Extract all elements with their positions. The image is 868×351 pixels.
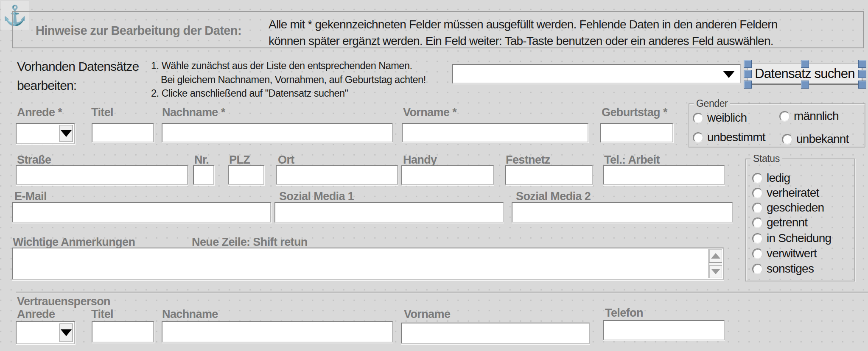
- radio-button-icon[interactable]: [752, 233, 763, 244]
- search-step1: 1. Wähle zunächst aus der Liste den ents…: [151, 59, 426, 73]
- chevron-down-icon: [61, 329, 72, 336]
- selection-handle[interactable]: [744, 81, 752, 89]
- ort-label: Ort: [278, 153, 294, 167]
- vp-titel-input[interactable]: [92, 321, 154, 343]
- email-input[interactable]: [12, 202, 271, 223]
- vp-telefon-label: Telefon: [605, 306, 643, 320]
- gender-option-unbekannt[interactable]: unbekannt: [782, 132, 849, 146]
- selection-handle[interactable]: [858, 70, 866, 78]
- radio-button-icon[interactable]: [693, 113, 703, 123]
- dropdown-arrow-icon[interactable]: [723, 71, 735, 78]
- scrollbar[interactable]: [708, 249, 722, 278]
- selection-handle[interactable]: [801, 60, 809, 68]
- status-option-in-scheidung[interactable]: in Scheidung: [752, 231, 831, 245]
- festnetz-input[interactable]: [505, 165, 593, 185]
- search-steps: 1. Wähle zunächst aus der Liste den ents…: [151, 59, 426, 100]
- sozial-media-2-input[interactable]: [512, 202, 733, 223]
- geburtstag-input[interactable]: [600, 123, 673, 142]
- radio-button-icon[interactable]: [779, 111, 790, 122]
- status-legend: Status: [750, 153, 782, 164]
- hint-text: Alle mit * gekennzeichneten Felder müsse…: [269, 16, 778, 49]
- anmerkungen-textarea[interactable]: [12, 248, 724, 280]
- vp-nachname-input[interactable]: [162, 321, 393, 343]
- radio-button-icon[interactable]: [752, 248, 763, 259]
- anmerkungen-label: Wichtige Anmerkungen: [13, 236, 135, 249]
- radio-button-icon[interactable]: [752, 217, 763, 228]
- vp-vorname-input[interactable]: [401, 323, 590, 344]
- strasse-label: Straße: [17, 153, 51, 167]
- vp-nachname-label: Nachname: [162, 308, 218, 321]
- radio-button-icon[interactable]: [752, 188, 763, 198]
- status-groupbox: Status ledig verheiratet geschieden getr…: [745, 159, 855, 281]
- handy-input[interactable]: [401, 165, 494, 185]
- anmerkungen-hint: Neue Zeile: Shift retun: [192, 236, 308, 249]
- vp-anrede-label: Anrede: [17, 308, 55, 321]
- scroll-down-icon: [711, 269, 720, 274]
- vertrauensperson-label: Vertrauensperson: [17, 295, 110, 308]
- sozial-media-1-label: Sozial Media 1: [279, 190, 354, 203]
- search-section-label: Vorhanden Datensätze bearbeiten:: [17, 57, 139, 95]
- selection-handle[interactable]: [858, 81, 866, 89]
- selection-handle[interactable]: [744, 60, 752, 68]
- strasse-input[interactable]: [16, 165, 188, 185]
- vp-titel-label: Titel: [91, 308, 113, 321]
- selection-handle[interactable]: [801, 81, 809, 89]
- hint-title: Hinweise zur Bearbeitung der Daten:: [36, 24, 241, 38]
- chevron-down-icon: [61, 130, 72, 137]
- sozial-media-2-label: Sozial Media 2: [516, 190, 591, 203]
- section-divider: [16, 292, 868, 292]
- titel-input[interactable]: [92, 123, 154, 142]
- nachname-input[interactable]: [162, 123, 393, 142]
- status-option-verwitwert[interactable]: verwitwert: [752, 247, 817, 260]
- radio-button-icon[interactable]: [752, 173, 763, 184]
- vp-anrede-dropdown-button[interactable]: [59, 323, 73, 342]
- name-combobox[interactable]: [452, 64, 741, 84]
- titel-label: Titel: [91, 106, 113, 119]
- tel-arbeit-label: Tel.: Arbeit: [604, 153, 660, 167]
- selection-handle[interactable]: [744, 70, 752, 78]
- email-label: E-Mail: [14, 190, 47, 203]
- nr-label: Nr.: [194, 153, 209, 167]
- gender-option-maennlich[interactable]: männlich: [779, 109, 839, 123]
- anrede-label: Anrede *: [17, 106, 62, 119]
- plz-input[interactable]: [228, 165, 264, 185]
- gender-legend: Gender: [694, 98, 730, 109]
- radio-button-icon[interactable]: [782, 134, 792, 145]
- vorname-label: Vorname *: [403, 106, 456, 119]
- search-step1-note: Bei gleichem Nachnamen, Vornahmen, auf G…: [151, 73, 426, 87]
- gender-option-unbestimmt[interactable]: unbestimmt: [693, 131, 765, 144]
- status-option-sonstiges[interactable]: sonstiges: [752, 262, 814, 276]
- gender-groupbox: Gender weiblich männlich unbestimmt unbe…: [689, 103, 865, 148]
- scroll-up-icon: [711, 253, 720, 259]
- hint-line2: können später ergänzt werden. Ein Feld w…: [269, 33, 778, 49]
- anrede-dropdown[interactable]: [16, 123, 75, 144]
- sozial-media-1-input[interactable]: [274, 202, 504, 223]
- scroll-up-button[interactable]: [709, 249, 722, 262]
- vp-vorname-label: Vorname: [404, 308, 450, 321]
- status-option-geschieden[interactable]: geschieden: [752, 201, 824, 214]
- radio-button-icon[interactable]: [752, 203, 763, 213]
- radio-button-icon[interactable]: [693, 132, 703, 143]
- gender-option-weiblich[interactable]: weiblich: [693, 111, 747, 125]
- vp-telefon-input[interactable]: [603, 320, 725, 340]
- plz-label: PLZ: [229, 153, 250, 167]
- radio-button-icon[interactable]: [752, 264, 763, 274]
- handy-label: Handy: [403, 153, 437, 167]
- status-option-getrennt[interactable]: getrennt: [752, 216, 807, 229]
- search-step2: 2. Clicke anschließend auf "Datensatz su…: [151, 86, 426, 100]
- anrede-dropdown-button[interactable]: [59, 125, 73, 142]
- hint-line1: Alle mit * gekennzeichneten Felder müsse…: [269, 16, 778, 33]
- scrollbar-thumb[interactable]: [709, 262, 722, 265]
- nr-input[interactable]: [193, 165, 214, 185]
- selection-handle[interactable]: [858, 60, 866, 68]
- ort-input[interactable]: [276, 165, 398, 185]
- tel-arbeit-input[interactable]: [603, 165, 725, 185]
- form-canvas: ⚓ Hinweise zur Bearbeitung der Daten: Al…: [0, 0, 868, 351]
- status-option-verheiratet[interactable]: verheiratet: [752, 186, 819, 200]
- festnetz-label: Festnetz: [506, 153, 550, 167]
- nachname-label: Nachname *: [162, 106, 225, 119]
- scroll-down-button[interactable]: [709, 265, 722, 279]
- vorname-input[interactable]: [402, 123, 588, 142]
- status-option-ledig[interactable]: ledig: [752, 171, 790, 185]
- vp-anrede-dropdown[interactable]: [16, 321, 75, 344]
